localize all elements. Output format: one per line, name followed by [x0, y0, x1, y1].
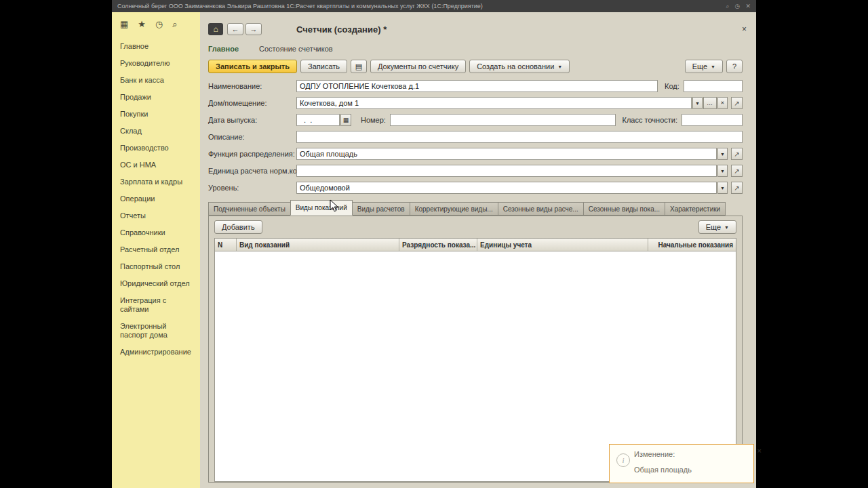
row-description: Описание: — [208, 131, 743, 143]
grid-toolbar: Добавить Еще▼ — [209, 216, 742, 237]
tab-harakteristiki[interactable]: Характеристики — [665, 202, 726, 216]
ellipsis-icon: … — [707, 100, 713, 106]
issue-date-input[interactable] — [296, 114, 340, 126]
column-header-vid-pokazaniy[interactable]: Вид показаний — [237, 239, 399, 251]
forward-button[interactable]: → — [245, 23, 262, 35]
house-open-button[interactable]: ↗ — [731, 97, 743, 109]
documents-by-meter-button[interactable]: Документы по счетчику — [370, 60, 466, 73]
chevron-down-icon: ▼ — [720, 169, 725, 174]
home-button[interactable]: ⌂ — [208, 23, 223, 35]
row-date-number: Дата выпуска: ▦ Номер: Класс точности: — [208, 114, 743, 126]
open-link-icon: ↗ — [734, 100, 739, 107]
unit-dropdown-button[interactable]: ▼ — [717, 165, 728, 177]
history-icon[interactable]: ◷ — [735, 3, 741, 10]
sidebar-item-administrirovanie[interactable]: Администрирование — [112, 344, 200, 361]
menu-grid-icon[interactable]: ▦ — [120, 19, 128, 30]
number-input[interactable] — [390, 114, 616, 126]
notification-close-button[interactable]: × — [757, 447, 762, 455]
sidebar-item-spravochniki[interactable]: Справочники — [112, 224, 200, 241]
house-dropdown-button[interactable]: ▼ — [692, 97, 703, 109]
main-area: ⌂ ← → Счетчик (создание) * × Главное Сос… — [200, 12, 756, 488]
date-label: Дата выпуска: — [208, 116, 296, 124]
column-header-nachalnye-pokazaniya[interactable]: Начальные показания — [648, 239, 736, 251]
tab-sezonnye-vidy-raschetov[interactable]: Сезонные виды расче... — [498, 202, 584, 216]
distribution-function-input[interactable] — [296, 148, 717, 160]
distribution-function-label: Функция распределения: — [208, 150, 296, 158]
row-name: Наименование: Код: — [208, 80, 743, 92]
arrow-left-icon: ← — [232, 25, 239, 33]
sidebar-item-bank-kassa[interactable]: Банк и касса — [112, 72, 200, 89]
clear-x-icon: ✕ — [721, 100, 725, 106]
house-clear-button[interactable]: ✕ — [717, 97, 728, 109]
sidebar-item-proizvodstvo[interactable]: Производство — [112, 140, 200, 157]
sidebar-item-prodazhi[interactable]: Продажи — [112, 89, 200, 106]
sidebar-item-glavnoe[interactable]: Главное — [112, 38, 200, 55]
tab-glavnoe[interactable]: Главное — [208, 45, 239, 53]
save-button[interactable]: Записать — [300, 60, 347, 73]
accuracy-label: Класс точности: — [623, 116, 677, 124]
save-and-close-button[interactable]: Записать и закрыть — [208, 60, 297, 73]
window-title: Солнечный берег ООО Заимаченкова Эльвира… — [117, 3, 719, 9]
favorites-star-icon[interactable]: ★ — [138, 19, 146, 30]
sidebar-item-elektronny-pasport[interactable]: Электронный паспорт дома — [112, 318, 200, 344]
form-fields: Наименование: Код: Дом/помещение: ▼ … ✕ … — [200, 73, 756, 194]
open-link-icon: ↗ — [734, 184, 739, 192]
tab-sezonnye-vidy-pokazaniy[interactable]: Сезонные виды пока... — [583, 202, 665, 216]
chevron-down-icon: ▼ — [711, 64, 715, 69]
description-input[interactable] — [296, 131, 743, 143]
sidebar-item-yuridicheskiy[interactable]: Юридический отдел — [112, 275, 200, 292]
back-button[interactable]: ← — [227, 23, 243, 35]
level-input[interactable] — [296, 182, 717, 194]
notification-text[interactable]: Общая площадь — [634, 466, 692, 474]
house-label: Дом/помещение: — [208, 99, 296, 107]
sidebar-item-pasportny-stol[interactable]: Паспортный стол — [112, 258, 200, 275]
column-header-razryadnost[interactable]: Разрядность показа... — [399, 239, 477, 251]
sidebar-item-operacii[interactable]: Операции — [112, 190, 200, 207]
history-clock-icon[interactable]: ◷ — [155, 19, 163, 30]
column-header-edinicy-ucheta[interactable]: Единицы учета — [477, 239, 648, 251]
tab-vidy-raschetov[interactable]: Виды расчетов — [352, 202, 410, 216]
distribution-dropdown-button[interactable]: ▼ — [717, 148, 728, 160]
create-based-on-button[interactable]: Создать на основании▼ — [469, 60, 570, 73]
grid-more-button[interactable]: Еще▼ — [698, 220, 736, 234]
tab-vidy-pokazaniy[interactable]: Виды показаний — [290, 200, 353, 216]
house-input[interactable] — [296, 97, 692, 109]
sidebar-item-sklad[interactable]: Склад — [112, 123, 200, 140]
sidebar-item-os-nma[interactable]: ОС и НМА — [112, 157, 200, 174]
add-button[interactable]: Добавить — [214, 220, 262, 234]
name-input[interactable] — [296, 80, 658, 92]
help-button[interactable]: ? — [726, 60, 743, 73]
sidebar-item-rukovoditelyu[interactable]: Руководителю — [112, 55, 200, 72]
app-window: Солнечный берег ООО Заимаченкова Эльвира… — [0, 0, 868, 488]
column-header-n[interactable]: N — [215, 239, 237, 251]
sidebar-item-pokupki[interactable]: Покупки — [112, 106, 200, 123]
register-records-button[interactable]: ▤ — [351, 60, 367, 73]
distribution-open-button[interactable]: ↗ — [731, 148, 743, 160]
accuracy-class-input[interactable] — [682, 114, 743, 126]
search-icon[interactable]: ⌕ — [726, 3, 730, 10]
code-input[interactable] — [684, 80, 743, 92]
sidebar-item-integraciya[interactable]: Интеграция с сайтами — [112, 292, 200, 318]
sidebar-item-raschetny-otdel[interactable]: Расчетный отдел — [112, 241, 200, 258]
sidebar-item-otchety[interactable]: Отчеты — [112, 207, 200, 224]
unit-open-button[interactable]: ↗ — [731, 165, 743, 177]
calendar-button[interactable]: ▦ — [340, 114, 351, 126]
level-dropdown-button[interactable]: ▼ — [717, 182, 728, 194]
tab-podchinennye-obekty[interactable]: Подчиненные объекты — [208, 202, 291, 216]
house-choose-button[interactable]: … — [703, 97, 717, 109]
form-close-button[interactable]: × — [742, 24, 747, 34]
sidebar-item-zarplata[interactable]: Зарплата и кадры — [112, 174, 200, 190]
window-close-icon[interactable]: ✕ — [745, 3, 751, 10]
tab-korrektiruyushchie-vidy[interactable]: Корректирующие виды... — [410, 202, 498, 216]
row-level: Уровень: ▼ ↗ — [208, 182, 743, 194]
chevron-down-icon: ▼ — [695, 101, 700, 106]
level-open-button[interactable]: ↗ — [731, 182, 743, 194]
open-link-icon: ↗ — [734, 167, 739, 175]
search-icon[interactable]: ⌕ — [172, 19, 177, 30]
tab-sostoyanie-schetchikov[interactable]: Состояние счетчиков — [259, 45, 333, 53]
sidebar-menu: Главное Руководителю Банк и касса Продаж… — [112, 33, 200, 361]
more-button[interactable]: Еще▼ — [685, 60, 723, 73]
nav-row: ⌂ ← → Счетчик (создание) * × — [200, 12, 756, 37]
unit-input[interactable] — [296, 165, 717, 177]
sidebar-toolbar: ▦ ★ ◷ ⌕ — [112, 12, 200, 33]
